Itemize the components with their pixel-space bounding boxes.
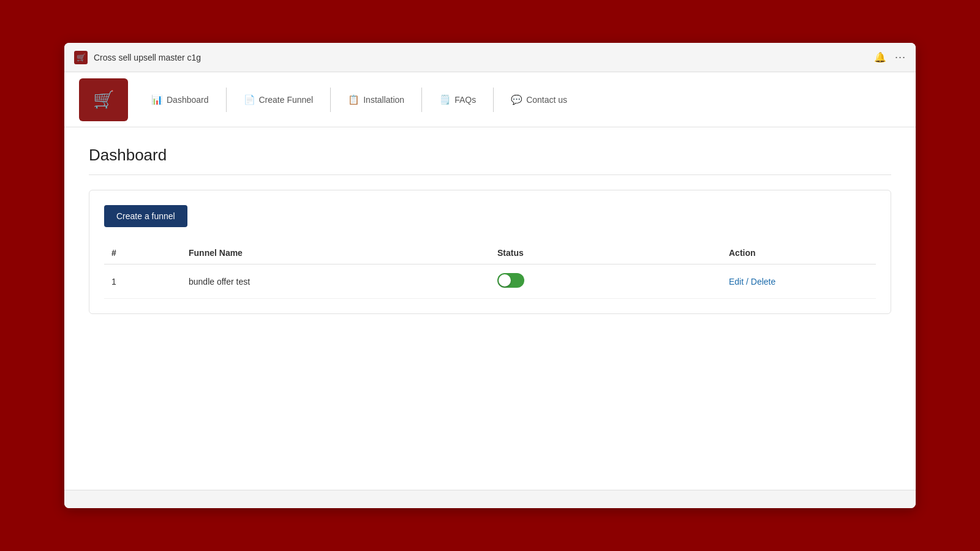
row-1-status — [490, 264, 722, 299]
title-bar-right: 🔔 ··· — [874, 51, 906, 64]
table-row: 1 bundle offer test Edit / Delet — [104, 264, 876, 299]
title-bar-left: 🛒 Cross sell upsell master c1g — [74, 51, 201, 64]
col-header-num: # — [104, 242, 181, 264]
col-header-status: Status — [490, 242, 722, 264]
create-funnel-icon: 📄 — [244, 94, 255, 105]
faqs-icon: 🗒️ — [439, 94, 451, 105]
col-header-funnel-name: Funnel Name — [181, 242, 490, 264]
nav-header: 🛒 📊 Dashboard 📄 Create Funnel 📋 Installa… — [64, 72, 916, 127]
nav-divider-4 — [493, 88, 494, 112]
nav-item-contact-us-label: Contact us — [526, 95, 567, 105]
edit-delete-link[interactable]: Edit / Delete — [729, 277, 775, 287]
nav-item-create-funnel[interactable]: 📄 Create Funnel — [239, 92, 318, 108]
brand-logo: 🛒 — [79, 78, 128, 121]
contact-us-icon: 💬 — [511, 94, 522, 105]
table-header-row: # Funnel Name Status Action — [104, 242, 876, 264]
notification-bell-icon[interactable]: 🔔 — [874, 51, 886, 63]
nav-divider-2 — [330, 88, 331, 112]
row-1-action: Edit / Delete — [722, 264, 876, 299]
nav-item-contact-us[interactable]: 💬 Contact us — [506, 92, 572, 108]
page-title: Dashboard — [89, 146, 891, 165]
more-options-icon[interactable]: ··· — [895, 51, 906, 64]
dashboard-icon: 📊 — [151, 94, 163, 105]
nav-item-dashboard[interactable]: 📊 Dashboard — [146, 92, 214, 108]
nav-divider-3 — [421, 88, 422, 112]
nav-item-installation-label: Installation — [363, 95, 404, 105]
page-divider — [89, 174, 891, 175]
toggle-thumb — [499, 274, 511, 287]
app-window: 🛒 Cross sell upsell master c1g 🔔 ··· 🛒 📊… — [64, 43, 916, 508]
status-toggle[interactable] — [497, 273, 524, 288]
nav-item-create-funnel-label: Create Funnel — [259, 95, 314, 105]
app-logo-icon: 🛒 — [74, 51, 88, 64]
nav-items: 📊 Dashboard 📄 Create Funnel 📋 Installati… — [146, 72, 572, 127]
nav-item-faqs[interactable]: 🗒️ FAQs — [434, 92, 481, 108]
nav-item-installation[interactable]: 📋 Installation — [343, 92, 409, 108]
footer-bar — [64, 490, 916, 508]
installation-icon: 📋 — [348, 94, 360, 105]
nav-item-dashboard-label: Dashboard — [167, 95, 209, 105]
dashboard-card: Create a funnel # Funnel Name Status Act… — [89, 190, 891, 314]
title-bar-title: Cross sell upsell master c1g — [94, 53, 201, 62]
row-1-funnel-name: bundle offer test — [181, 264, 490, 299]
toggle-container[interactable] — [497, 273, 524, 288]
row-1-num: 1 — [104, 264, 181, 299]
nav-item-faqs-label: FAQs — [454, 95, 476, 105]
page-content: Dashboard Create a funnel # Funnel Name … — [64, 127, 916, 490]
nav-divider-1 — [226, 88, 227, 112]
brand-logo-icon: 🛒 — [93, 89, 115, 110]
title-bar: 🛒 Cross sell upsell master c1g 🔔 ··· — [64, 43, 916, 72]
col-header-action: Action — [722, 242, 876, 264]
funnel-table: # Funnel Name Status Action 1 bundle off… — [104, 242, 876, 299]
main-content: 🛒 📊 Dashboard 📄 Create Funnel 📋 Installa… — [64, 72, 916, 490]
create-funnel-button[interactable]: Create a funnel — [104, 205, 187, 227]
